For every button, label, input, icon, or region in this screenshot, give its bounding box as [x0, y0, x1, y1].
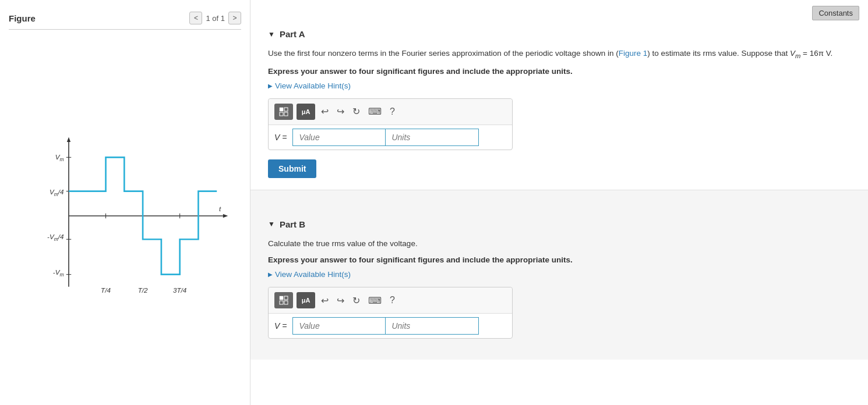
- figure-header: Figure < 1 of 1 >: [9, 12, 241, 30]
- part-a-input-row: V =: [269, 125, 512, 150]
- part-b-header: ▼ Part B: [268, 219, 851, 229]
- part-b-toolbar: μA ↩ ↪ ↻ ⌨ ?: [269, 287, 512, 314]
- svg-text:3T/4: 3T/4: [173, 286, 187, 294]
- svg-rect-26: [284, 301, 288, 304]
- part-b-value-input[interactable]: [292, 317, 386, 335]
- svg-text:T/4: T/4: [101, 286, 111, 294]
- part-b-section: ▼ Part B Calculate the true rms value of…: [250, 190, 868, 360]
- part-b-mu-button[interactable]: μA: [297, 292, 315, 308]
- part-a-header: ▼ Part A: [268, 29, 851, 39]
- svg-rect-19: [280, 108, 283, 111]
- figure-title: Figure: [9, 13, 36, 23]
- part-a-submit-button[interactable]: Submit: [268, 159, 316, 178]
- part-b-collapse-arrow[interactable]: ▼: [268, 220, 275, 228]
- part-a-mu-button[interactable]: μA: [297, 104, 315, 120]
- figure-page: 1 of 1: [206, 14, 225, 23]
- part-b-redo-button[interactable]: ↪: [334, 294, 347, 307]
- part-a-hints-link[interactable]: View Available Hint(s): [268, 81, 851, 90]
- part-b-help-button[interactable]: ?: [387, 294, 397, 307]
- svg-marker-11: [67, 137, 70, 141]
- part-a-instruction: Express your answer to four significant …: [268, 67, 851, 76]
- part-b-undo-button[interactable]: ↩: [319, 294, 331, 307]
- part-a-equation-label: V =: [274, 133, 287, 142]
- left-panel: Figure < 1 of 1 > Vm Vm/4 -Vm/4 -Vm T/4 …: [0, 0, 250, 405]
- part-b-equation-label: V =: [274, 321, 287, 331]
- figure-link-a[interactable]: Figure 1: [619, 49, 648, 58]
- right-panel: Constants ▼ Part A Use the first four no…: [250, 0, 868, 405]
- part-b-hints-link[interactable]: View Available Hint(s): [268, 270, 851, 279]
- svg-text:Vm: Vm: [55, 153, 64, 162]
- part-a-answer-box: μA ↩ ↪ ↻ ⌨ ? V =: [268, 98, 513, 150]
- part-a-units-input[interactable]: [386, 129, 479, 146]
- part-a-refresh-button[interactable]: ↻: [350, 105, 362, 118]
- prev-figure-button[interactable]: <: [189, 12, 202, 24]
- part-a-value-input[interactable]: [292, 129, 386, 146]
- part-a-help-button[interactable]: ?: [387, 105, 397, 118]
- svg-text:T/2: T/2: [138, 286, 148, 294]
- part-b-refresh-button[interactable]: ↻: [350, 294, 362, 307]
- svg-text:-Vm/4: -Vm/4: [47, 233, 64, 242]
- svg-rect-22: [284, 112, 288, 116]
- part-a-title: Part A: [280, 29, 305, 39]
- part-a-description: Use the first four nonzero terms in the …: [268, 47, 851, 61]
- svg-text:t: t: [219, 205, 221, 212]
- part-a-undo-button[interactable]: ↩: [319, 105, 331, 118]
- part-a-toolbar: μA ↩ ↪ ↻ ⌨ ?: [269, 99, 512, 125]
- part-b-title: Part B: [280, 219, 305, 229]
- part-b-description: Calculate the true rms value of the volt…: [268, 237, 851, 250]
- svg-rect-25: [280, 301, 283, 304]
- svg-rect-24: [284, 296, 288, 300]
- waveform-graph: Vm Vm/4 -Vm/4 -Vm T/4 T/2 3T/4 t: [38, 44, 235, 388]
- part-b-instruction: Express your answer to four significant …: [268, 255, 851, 264]
- graph-area: Vm Vm/4 -Vm/4 -Vm T/4 T/2 3T/4 t: [9, 38, 241, 393]
- part-a-section: ▼ Part A Use the first four nonzero term…: [250, 0, 868, 190]
- svg-rect-21: [280, 112, 283, 116]
- part-b-grid-button[interactable]: [274, 292, 293, 308]
- constants-button[interactable]: Constants: [812, 6, 859, 20]
- part-b-input-row: V =: [269, 314, 512, 338]
- part-b-answer-box: μA ↩ ↪ ↻ ⌨ ? V =: [268, 287, 513, 339]
- svg-marker-10: [223, 214, 228, 218]
- figure-nav: < 1 of 1 >: [189, 12, 241, 24]
- svg-text:-Vm: -Vm: [53, 268, 64, 278]
- part-a-collapse-arrow[interactable]: ▼: [268, 30, 275, 38]
- part-a-redo-button[interactable]: ↪: [334, 105, 347, 118]
- svg-text:Vm/4: Vm/4: [50, 188, 64, 197]
- svg-rect-20: [284, 108, 288, 111]
- part-a-keyboard-button[interactable]: ⌨: [366, 105, 384, 118]
- part-b-keyboard-button[interactable]: ⌨: [366, 294, 384, 307]
- part-a-grid-button[interactable]: [274, 104, 293, 120]
- part-b-units-input[interactable]: [386, 317, 479, 335]
- next-figure-button[interactable]: >: [228, 12, 241, 24]
- svg-rect-23: [280, 296, 283, 300]
